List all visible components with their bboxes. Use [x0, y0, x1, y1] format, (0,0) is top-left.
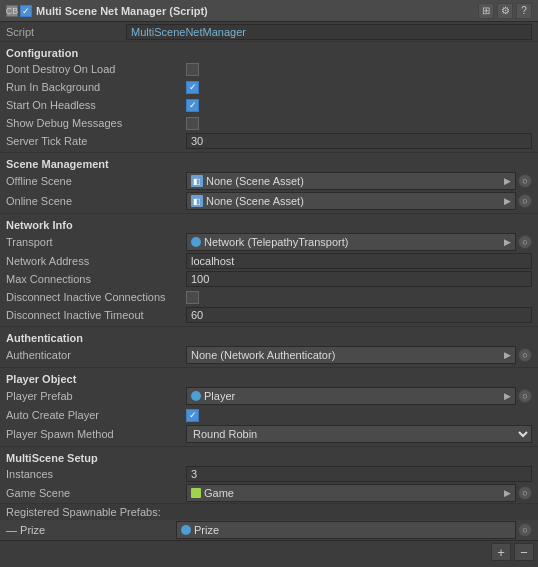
checkbox-debug-messages[interactable] — [186, 117, 199, 130]
dropdown-game-scene[interactable]: Game ▶ — [186, 484, 516, 502]
value-start-headless — [186, 99, 532, 112]
field-network-address: Network Address — [0, 252, 538, 270]
script-row: Script MultiSceneNetManager — [0, 22, 538, 42]
dropdown-arrow-transport: ▶ — [504, 237, 511, 247]
value-online-scene: ◧ None (Scene Asset) ▶ ○ — [186, 192, 532, 210]
circle-btn-player[interactable]: ○ — [518, 389, 532, 403]
title-bar: CB ✓ Multi Scene Net Manager (Script) ⊞ … — [0, 0, 538, 22]
dropdown-offline-scene[interactable]: ◧ None (Scene Asset) ▶ — [186, 172, 516, 190]
settings-button[interactable]: ⚙ — [497, 3, 513, 19]
add-button[interactable]: + — [491, 543, 511, 561]
field-debug-messages: Show Debug Messages — [0, 114, 538, 132]
section-multiscene-setup: MultiScene Setup — [0, 449, 538, 465]
section-scene-management: Scene Management — [0, 155, 538, 171]
checkbox-run-background[interactable] — [186, 81, 199, 94]
label-max-connections: Max Connections — [6, 273, 186, 285]
label-offline-scene: Offline Scene — [6, 175, 186, 187]
player-icon — [191, 391, 201, 401]
input-max-connections[interactable] — [186, 271, 532, 287]
field-start-headless: Start On Headless — [0, 96, 538, 114]
label-debug-messages: Show Debug Messages — [6, 117, 186, 129]
dropdown-arrow-authenticator: ▶ — [504, 350, 511, 360]
circle-btn-offline[interactable]: ○ — [518, 174, 532, 188]
transport-value: Network (TelepathyTransport) — [204, 236, 348, 248]
checkbox-start-headless[interactable] — [186, 99, 199, 112]
field-run-background: Run In Background — [0, 78, 538, 96]
field-disconnect-timeout: Disconnect Inactive Timeout — [0, 306, 538, 324]
value-debug-messages — [186, 117, 532, 130]
label-game-scene: Game Scene — [6, 487, 186, 499]
authenticator-value: None (Network Authenticator) — [191, 349, 335, 361]
value-game-scene: Game ▶ ○ — [186, 484, 532, 502]
field-dont-destroy: Dont Destroy On Load — [0, 60, 538, 78]
label-run-background: Run In Background — [6, 81, 186, 93]
circle-btn-prize[interactable]: ○ — [518, 523, 532, 537]
game-scene-value: Game — [204, 487, 234, 499]
registered-prefabs-label: Registered Spawnable Prefabs: — [0, 503, 538, 520]
input-tick-rate[interactable] — [186, 133, 532, 149]
label-transport: Transport — [6, 236, 186, 248]
label-disconnect-timeout: Disconnect Inactive Timeout — [6, 309, 186, 321]
field-transport: Transport Network (TelepathyTransport) ▶… — [0, 232, 538, 252]
field-tick-rate: Server Tick Rate — [0, 132, 538, 150]
value-run-background — [186, 81, 532, 94]
value-auto-create — [186, 409, 532, 422]
dropdown-online-scene[interactable]: ◧ None (Scene Asset) ▶ — [186, 192, 516, 210]
component-toggle[interactable]: CB — [6, 5, 18, 17]
title-bar-buttons: ⊞ ⚙ ? — [478, 3, 532, 19]
window-title: Multi Scene Net Manager (Script) — [36, 5, 208, 17]
select-spawn-method[interactable]: Round Robin Random — [186, 425, 532, 443]
field-player-prefab: Player Prefab Player ▶ ○ — [0, 386, 538, 406]
help-button[interactable]: ? — [516, 3, 532, 19]
label-authenticator: Authenticator — [6, 349, 186, 361]
field-spawn-method: Player Spawn Method Round Robin Random — [0, 424, 538, 444]
layout-button[interactable]: ⊞ — [478, 3, 494, 19]
bottom-bar: + − — [0, 540, 538, 563]
checkbox-disconnect-inactive[interactable] — [186, 291, 199, 304]
input-instances[interactable] — [186, 466, 532, 482]
dropdown-arrow-player: ▶ — [504, 391, 511, 401]
input-disconnect-timeout[interactable] — [186, 307, 532, 323]
value-dont-destroy — [186, 63, 532, 76]
value-disconnect-inactive — [186, 291, 532, 304]
value-spawn-method: Round Robin Random — [186, 425, 532, 443]
field-instances: Instances — [0, 465, 538, 483]
spawn-value-prize: Prize — [176, 521, 516, 539]
label-spawn-method: Player Spawn Method — [6, 428, 186, 440]
field-offline-scene: Offline Scene ◧ None (Scene Asset) ▶ ○ — [0, 171, 538, 191]
remove-button[interactable]: − — [514, 543, 534, 561]
script-label: Script — [6, 26, 126, 38]
label-online-scene: Online Scene — [6, 195, 186, 207]
label-tick-rate: Server Tick Rate — [6, 135, 186, 147]
enabled-checkbox[interactable]: ✓ — [20, 5, 32, 17]
circle-btn-game-scene[interactable]: ○ — [518, 486, 532, 500]
online-scene-value: None (Scene Asset) — [206, 195, 304, 207]
section-network-info: Network Info — [0, 216, 538, 232]
input-network-address[interactable] — [186, 253, 532, 269]
label-dont-destroy: Dont Destroy On Load — [6, 63, 186, 75]
value-max-connections — [186, 271, 532, 287]
dropdown-authenticator[interactable]: None (Network Authenticator) ▶ — [186, 346, 516, 364]
script-name: MultiSceneNetManager — [131, 26, 246, 38]
circle-btn-authenticator[interactable]: ○ — [518, 348, 532, 362]
value-instances — [186, 466, 532, 482]
field-disconnect-inactive: Disconnect Inactive Connections — [0, 288, 538, 306]
value-authenticator: None (Network Authenticator) ▶ ○ — [186, 346, 532, 364]
dropdown-arrow-offline: ▶ — [504, 176, 511, 186]
offline-scene-value: None (Scene Asset) — [206, 175, 304, 187]
field-auto-create: Auto Create Player — [0, 406, 538, 424]
dropdown-transport[interactable]: Network (TelepathyTransport) ▶ — [186, 233, 516, 251]
value-disconnect-timeout — [186, 307, 532, 323]
field-authenticator: Authenticator None (Network Authenticato… — [0, 345, 538, 365]
game-scene-icon — [191, 488, 201, 498]
label-start-headless: Start On Headless — [6, 99, 186, 111]
section-configuration: Configuration — [0, 44, 538, 60]
script-value: MultiSceneNetManager — [126, 24, 532, 40]
circle-btn-transport[interactable]: ○ — [518, 235, 532, 249]
checkbox-auto-create[interactable] — [186, 409, 199, 422]
circle-btn-online[interactable]: ○ — [518, 194, 532, 208]
dropdown-player-prefab[interactable]: Player ▶ — [186, 387, 516, 405]
title-bar-left: CB ✓ Multi Scene Net Manager (Script) — [6, 5, 478, 17]
checkbox-dont-destroy[interactable] — [186, 63, 199, 76]
section-player-object: Player Object — [0, 370, 538, 386]
